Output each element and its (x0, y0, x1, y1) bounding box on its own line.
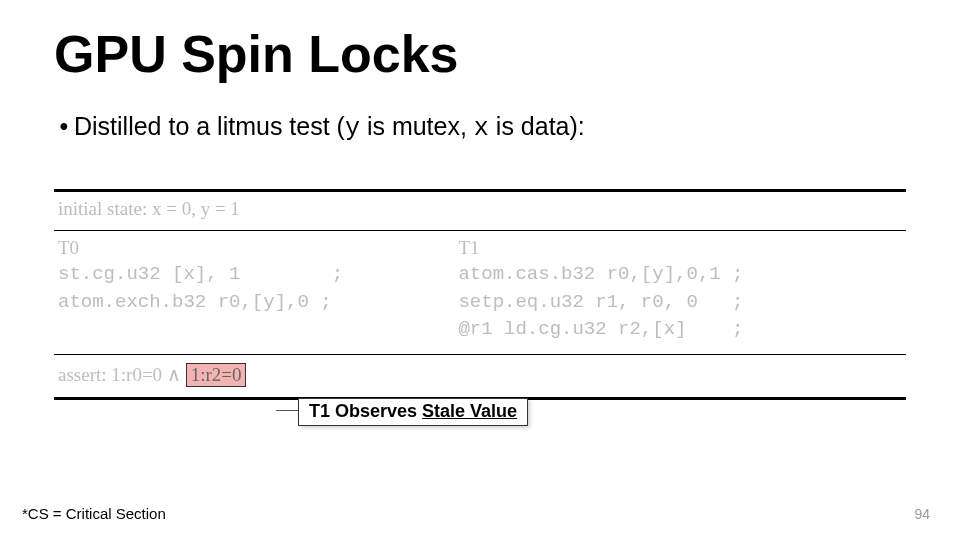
bullet-dot: • (54, 112, 74, 141)
litmus-table: initial state: x = 0, y = 1 T0 st.cg.u32… (54, 189, 906, 400)
t0-code: st.cg.u32 [x], 1 ; atom.exch.b32 r0,[y],… (58, 261, 450, 316)
bullet-text-mid2: is data): (489, 112, 585, 140)
assert-prefix: assert: 1:r0=0 ∧ (58, 364, 186, 385)
t1-label: T1 (458, 237, 902, 259)
callout-underline: Stale Value (422, 401, 517, 421)
callout-pre: T1 Observes (309, 401, 422, 421)
bullet-text-pre: Distilled to a litmus test ( (74, 112, 345, 140)
t0-label: T0 (58, 237, 450, 259)
slide-title: GPU Spin Locks (54, 24, 906, 84)
callout-box: T1 Observes Stale Value (298, 398, 528, 426)
callout-connector (276, 410, 298, 411)
initial-state: initial state: x = 0, y = 1 (58, 198, 240, 219)
assert-highlight: 1:r2=0 (186, 363, 247, 387)
footnote: *CS = Critical Section (22, 505, 166, 522)
assert-line: assert: 1:r0=0 ∧ 1:r2=0 (58, 364, 246, 385)
bullet-y: y (345, 114, 360, 143)
page-number: 94 (914, 506, 930, 522)
bullet-text-mid1: is mutex, (360, 112, 474, 140)
t1-code: atom.cas.b32 r0,[y],0,1 ; setp.eq.u32 r1… (458, 261, 902, 344)
bullet-x: x (474, 114, 489, 143)
bullet-line: •Distilled to a litmus test (y is mutex,… (54, 112, 906, 143)
